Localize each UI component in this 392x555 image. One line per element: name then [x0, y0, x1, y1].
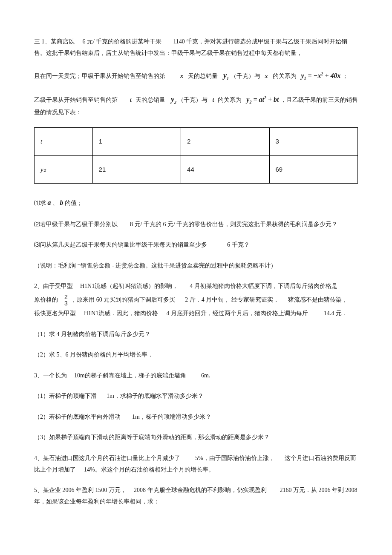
text: 1m，求梯子的底端水平滑动多少米？: [107, 393, 204, 399]
text: （千克）与: [178, 97, 208, 103]
problem-1-note: （说明：毛利润 =销售总金额 - 进货总金额。这批干果进货至卖完的过程中的损耗忽…: [34, 260, 358, 272]
equation-y2: y2 = at2 + bt: [246, 96, 279, 103]
cell-y2-header: y₂: [35, 155, 93, 184]
problem-3-q3: （3）如果梯子顶端向下滑动的距离等于底端向外滑动的距离，那么滑动的距离是多少米？: [34, 432, 358, 443]
text: 2008 年克服全球金融危机的不利影响，仍实现盈利: [134, 487, 267, 493]
problem-1-q3: ⑶问从第几天起乙级干果每天的销量比甲级干果每天的销量至少多 6 千克？: [34, 239, 358, 251]
problem-3-q1: （1）若梯子的顶端下滑 1m，求梯子的底端水平滑动多少米？: [34, 391, 358, 402]
data-table: t 1 2 3 y₂ 21 44 69: [34, 127, 358, 184]
text: H1N1流感．因此，猪肉价格: [84, 310, 158, 316]
fraction-two-thirds: 2 3: [63, 294, 69, 306]
equation-y1: y1 = −x2 + 40x: [301, 72, 341, 79]
cell-t-header: t: [35, 128, 93, 156]
var-y1: y1: [223, 71, 229, 80]
text: 很快更名为甲型: [34, 310, 76, 316]
text: （1）若梯子的顶端下滑: [34, 393, 97, 399]
document-page: 三 1、某商店以 6 元/ 千克的价格购进某种干果 1140 千克，并对其进行筛…: [0, 0, 392, 534]
text: 5、某企业 2006 年盈利 1500 万元，: [34, 487, 127, 493]
text: 猪流感不是由猪传染，: [288, 296, 348, 303]
problem-4: 4、某石油进口国这几个月的石油进口量比上个月减少了 5%，由于国际油价油价上涨，…: [34, 453, 358, 475]
text: 2、由于受甲型: [34, 283, 73, 289]
text: 4 月底开始回升，经过两个月后，猪肉价格上调为每斤: [166, 310, 308, 316]
text: 1m，梯子的顶端滑动多少米？: [132, 414, 211, 420]
text: 、: [52, 200, 58, 206]
text: 且在同一天卖完；甲级干果从开始销售至销售的第: [34, 73, 165, 79]
cell: 44: [181, 155, 269, 184]
text: （2）若梯子的底端水平向外滑动: [34, 414, 121, 420]
text: 14%。求这个月的石油价格相对上个月的增长率。: [84, 466, 214, 473]
var-x: x: [265, 73, 268, 79]
text: 天的总销量: [135, 97, 165, 103]
problem-2-q1: （1）求 4 月初猪肉价格下调后每斤多少元？: [34, 329, 358, 340]
problem-1-intro-line3: 乙级干果从开始销售至销售的第 t 天的总销量 y2 （千克）与 t 的关系为 y…: [34, 92, 358, 118]
problem-2-q2: （2）求 5、6 月份猪肉价格的月平均增长率．: [34, 349, 358, 361]
text: 3、一个长为: [34, 372, 67, 379]
problem-2-line1: 2、由于受甲型 H1N1流感（起初叫猪流感）的影响， 4 月初某地猪肉价格大幅度…: [34, 281, 358, 292]
cell: 21: [92, 155, 181, 184]
text: 5%，由于国际油价油价上涨，: [195, 455, 275, 461]
text: 6 千克？: [227, 242, 250, 248]
cell: 3: [269, 128, 357, 156]
text: 天的总销量: [188, 73, 218, 79]
cell: 69: [269, 155, 357, 184]
problem-1-q1: ⑴求 a 、 b 的值；: [34, 196, 358, 209]
problem-1-intro-line2: 且在同一天卖完；甲级干果从开始销售至销售的第 x 天的总销量 y1 （千克）与 …: [34, 68, 358, 83]
text: ，原来用 60 元买到的猪肉下调后可多买: [71, 296, 175, 303]
var-b: b: [60, 199, 63, 206]
cell: 2: [181, 128, 269, 156]
text: 14.4 元．: [324, 310, 348, 316]
text: 6m.: [201, 372, 210, 379]
var-x: x: [180, 73, 183, 79]
text: ⑵若甲级干果与乙级干果分别以: [34, 221, 118, 227]
text: 6 元/ 千克的价格购进某种干果: [83, 38, 162, 45]
problem-5: 5、某企业 2006 年盈利 1500 万元， 2008 年克服全球金融危机的不…: [34, 485, 358, 507]
problem-2-line3: 很快更名为甲型 H1N1流感．因此，猪肉价格 4 月底开始回升，经过两个月后，猪…: [34, 308, 358, 319]
text: 8 元/ 千克的 6 元/ 千克的零售价出售，则卖完这批干果获得的毛利润是多少元…: [130, 221, 337, 227]
text: 乙级干果从开始销售至销售的第: [34, 97, 118, 103]
cell: 1: [92, 128, 181, 156]
text: 的关系为: [218, 97, 242, 103]
text: 1140 千克，并对其进行筛选分成甲级干果与乙级干果后同时开始销售。这批干果销售…: [34, 38, 347, 56]
table-row: y₂ 21 44 69: [35, 155, 358, 184]
text: 4 月初某地猪肉价格大幅度下调，下调后每斤猪肉价格是: [190, 283, 337, 289]
text: 原价格的: [34, 296, 58, 303]
var-t: t: [212, 97, 214, 103]
var-a: a: [48, 199, 51, 206]
text: ；: [342, 73, 348, 79]
text: 三 1、某商店以: [34, 38, 75, 45]
problem-1-q2: ⑵若甲级干果与乙级干果分别以 8 元/ 千克的 6 元/ 千克的零售价出售，则卖…: [34, 219, 358, 230]
text: 10m的梯子斜靠在墙上，梯子的底端距墙角: [74, 372, 186, 379]
text: ⑶问从第几天起乙级干果每天的销量比甲级干果每天的销量至少多: [34, 242, 207, 248]
problem-3-line1: 3、一个长为 10m的梯子斜靠在墙上，梯子的底端距墙角 6m.: [34, 370, 358, 382]
text: 4、某石油进口国这几个月的石油进口量比上个月减少了: [34, 455, 180, 461]
text: 的关系为: [273, 73, 297, 79]
text: ⑴求: [34, 200, 46, 206]
table-row: t 1 2 3: [35, 128, 358, 156]
problem-2-line2: 原价格的 2 3 ，原来用 60 元买到的猪肉下调后可多买 2 斤．4 月中旬，…: [34, 294, 358, 306]
text: （千克）与: [231, 73, 260, 79]
text: H1N1流感（起初叫猪流感）的影响，: [80, 283, 178, 289]
problem-1-intro-line1: 三 1、某商店以 6 元/ 千克的价格购进某种干果 1140 千克，并对其进行筛…: [34, 36, 358, 59]
var-t: t: [130, 97, 132, 103]
text: 的值；: [65, 200, 83, 206]
problem-3-q2: （2）若梯子的底端水平向外滑动 1m，梯子的顶端滑动多少米？: [34, 411, 358, 423]
var-y2: y2: [171, 95, 176, 104]
text: 2 斤．4 月中旬， 经专家研究证实，: [185, 296, 279, 303]
